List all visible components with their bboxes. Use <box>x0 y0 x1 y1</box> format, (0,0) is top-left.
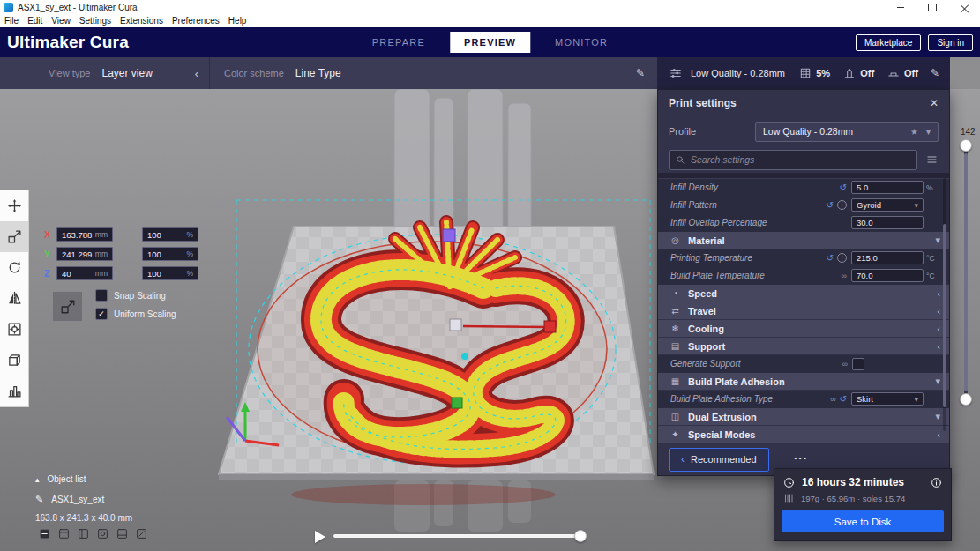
color-scheme-dropdown[interactable]: Line Type <box>295 67 341 79</box>
menu-item-view[interactable]: View <box>47 15 75 27</box>
summary-infill: 5% <box>799 67 830 79</box>
minimize-button[interactable] <box>885 0 916 15</box>
infill-pattern-dropdown[interactable]: Gyroid▾ <box>851 198 924 212</box>
rotate-tool[interactable] <box>0 252 28 283</box>
info-icon[interactable]: i <box>837 253 847 263</box>
category-support[interactable]: ▤Support‹ <box>658 338 949 355</box>
value: 40 <box>62 269 71 279</box>
axis-z-label: Z <box>44 268 56 279</box>
category-speed[interactable]: ◔Speed‹ <box>658 285 949 302</box>
scale-x-percent-input[interactable]: 100% <box>142 227 198 242</box>
play-button[interactable] <box>315 531 325 543</box>
star-icon[interactable]: ★ <box>910 127 918 137</box>
unit: °C <box>924 272 940 280</box>
rename-icon[interactable]: ✎ <box>35 494 43 505</box>
category-special-modes[interactable]: ✦Special Modes‹ <box>658 426 949 443</box>
object-action-icon-6[interactable] <box>136 528 147 540</box>
layer-slider[interactable]: 142 <box>958 123 977 419</box>
mirror-tool[interactable] <box>0 283 28 314</box>
edit-settings-icon[interactable]: ✎ <box>931 67 939 79</box>
menu-item-file[interactable]: File <box>0 15 23 27</box>
category-label: Cooling <box>688 324 937 334</box>
simulation-slider[interactable] <box>333 534 587 538</box>
uniform-scaling-checkbox[interactable]: ✓ <box>95 308 108 320</box>
scale-z-percent-input[interactable]: 100% <box>142 266 198 280</box>
info-icon[interactable] <box>931 477 942 488</box>
revert-icon[interactable]: ↺ <box>840 182 847 192</box>
menu-item-edit[interactable]: Edit <box>23 15 47 27</box>
move-tool[interactable] <box>0 190 28 221</box>
setting-label: Build Plate Adhesion Type <box>670 394 826 404</box>
chevron-down-icon: ▾ <box>914 201 918 210</box>
object-action-icon-2[interactable] <box>58 528 70 540</box>
category-material[interactable]: ◎Material▾ <box>658 232 949 249</box>
scale-y-percent-input[interactable]: 100% <box>142 247 198 261</box>
build-plate-temperature-input[interactable]: 70.0 <box>851 269 924 282</box>
print-settings-summary-bar[interactable]: Low Quality - 0.28mm 5% Off Off ✎ <box>657 57 950 89</box>
view-type-dropdown[interactable]: Layer view <box>102 67 153 79</box>
chevron-left-icon: ‹ <box>681 453 685 465</box>
scale-axes: X163.788mm100%Y241.299mm100%Z40mm100% <box>44 225 238 283</box>
revert-icon[interactable]: ↺ <box>827 253 834 263</box>
per-model-settings-tool[interactable] <box>0 314 28 345</box>
snap-scaling-checkbox[interactable] <box>95 289 108 302</box>
scale-tool[interactable] <box>0 221 28 252</box>
scale-axis-y: Y241.299mm100% <box>44 244 238 264</box>
print-job-panel: 16 hours 32 minutes 197g · 65.96m · sole… <box>774 468 952 541</box>
menu-item-preferences[interactable]: Preferences <box>168 15 224 27</box>
generate-support-checkbox[interactable] <box>852 358 864 370</box>
category-travel[interactable]: ⇄Travel‹ <box>658 302 949 320</box>
category-cooling[interactable]: ❄Cooling‹ <box>658 320 949 338</box>
chevron-up-icon: ▴ <box>35 475 40 484</box>
menu-item-help[interactable]: Help <box>224 15 251 27</box>
marketplace-button[interactable]: Marketplace <box>856 34 921 51</box>
layer-slider-top-handle[interactable] <box>960 139 972 152</box>
value: 100 <box>147 230 161 240</box>
axis-x-label: X <box>44 229 56 240</box>
more-options-icon[interactable]: ··· <box>794 451 808 465</box>
category-build-plate-adhesion[interactable]: ▦Build Plate Adhesion▾ <box>658 373 949 391</box>
settings-menu-icon[interactable] <box>925 154 939 165</box>
support-blocker-tool[interactable] <box>0 345 28 376</box>
scale-x-size-input[interactable]: 163.788mm <box>56 227 113 242</box>
panel-close-icon[interactable]: ✕ <box>930 97 939 109</box>
object-action-icon-4[interactable] <box>97 528 108 540</box>
object-action-icon-1[interactable] <box>39 528 50 540</box>
printing-temperature-input[interactable]: 215.0 <box>851 251 924 264</box>
object-action-icon-3[interactable] <box>78 528 89 540</box>
tab-preview[interactable]: PREVIEW <box>450 32 530 53</box>
menu-item-extensions[interactable]: Extensions <box>116 15 168 27</box>
infill-overlap-percentage-input[interactable]: 30.0 <box>851 216 924 229</box>
layer-slider-track[interactable] <box>964 145 968 402</box>
setting-build-plate-adhesion-type: Build Plate Adhesion Type∞↺Skirt▾ <box>658 391 949 408</box>
category-dual-extrusion[interactable]: ◫Dual Extrusion▾ <box>658 408 949 426</box>
layer-slider-bottom-handle[interactable] <box>960 393 972 406</box>
simulation-slider-handle[interactable] <box>574 530 587 542</box>
tab-prepare[interactable]: PREPARE <box>358 32 439 53</box>
object-list-toggle[interactable]: ▴ Object list <box>35 474 86 484</box>
setting-icons: ∞ <box>842 360 848 369</box>
object-action-icon-5[interactable] <box>116 528 128 540</box>
custom-tool[interactable] <box>0 376 28 406</box>
value: 100 <box>147 249 161 259</box>
search-settings-input[interactable]: Search settings <box>669 150 917 170</box>
settings-scrollbar[interactable] <box>943 178 946 431</box>
recommended-button[interactable]: ‹ Recommended <box>669 448 769 472</box>
tab-monitor[interactable]: MONITOR <box>541 32 622 53</box>
menu-item-settings[interactable]: Settings <box>75 15 116 27</box>
revert-icon[interactable]: ↺ <box>827 200 834 210</box>
edit-view-icon[interactable]: ✎ <box>636 67 645 79</box>
info-icon[interactable]: i <box>837 200 847 210</box>
close-button[interactable] <box>948 0 980 15</box>
save-to-disk-button[interactable]: Save to Disk <box>782 510 944 532</box>
signin-button[interactable]: Sign in <box>928 34 973 51</box>
infill-density-input[interactable]: 5.0 <box>851 181 924 194</box>
scale-z-size-input[interactable]: 40mm <box>56 266 113 280</box>
menu-bar: FileEditViewSettingsExtensionsPreference… <box>0 15 980 27</box>
profile-dropdown[interactable]: Low Quality - 0.28mm ★ ▾ <box>755 122 939 142</box>
revert-icon[interactable]: ↺ <box>840 394 847 404</box>
scale-y-size-input[interactable]: 241.299mm <box>56 247 113 261</box>
collapse-panel-icon[interactable]: ‹ <box>195 67 198 80</box>
build-plate-adhesion-type-dropdown[interactable]: Skirt▾ <box>851 392 924 406</box>
maximize-button[interactable] <box>916 0 948 15</box>
